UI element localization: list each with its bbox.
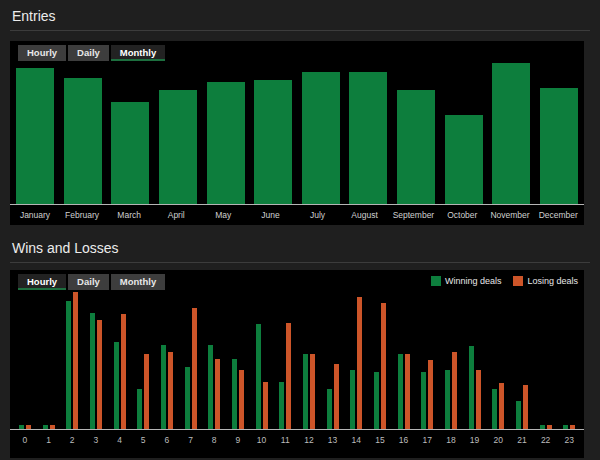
bar-winning-deals-9 [232, 359, 237, 429]
bar-january [16, 68, 54, 204]
chart-legend: Winning deals Losing deals [431, 274, 578, 286]
bar-october [445, 115, 483, 204]
bar-winning-deals-17 [421, 372, 426, 429]
bar-losing-deals-5 [144, 354, 149, 429]
axis-label-19: 19 [463, 435, 487, 445]
losing-deals-swatch-icon [513, 276, 523, 286]
bar-group-22 [534, 291, 558, 429]
bar-group-4 [108, 291, 132, 429]
entries-x-axis: JanuaryFebruaryMarchAprilMayJuneJulyAugu… [10, 204, 584, 224]
bar-august [349, 72, 387, 204]
bar-group-may [207, 62, 245, 204]
axis-label-17: 17 [415, 435, 439, 445]
bar-winning-deals-12 [303, 354, 308, 429]
section-divider [10, 262, 590, 263]
bar-group-8 [202, 291, 226, 429]
bar-july [302, 72, 340, 204]
bar-group-11 [273, 291, 297, 429]
bar-group-20 [486, 291, 510, 429]
wins-hourly-button[interactable]: Hourly [18, 274, 66, 290]
wins-monthly-button[interactable]: Monthly [111, 274, 165, 290]
bar-losing-deals-23 [570, 425, 575, 429]
wins-losses-bar-chart [10, 291, 584, 429]
entries-daily-button[interactable]: Daily [68, 45, 109, 61]
bar-losing-deals-20 [499, 383, 504, 429]
section-divider [10, 30, 590, 31]
entries-hourly-button[interactable]: Hourly [18, 45, 66, 61]
legend-item-losing-deals[interactable]: Losing deals [513, 276, 578, 286]
bar-losing-deals-17 [428, 360, 433, 429]
axis-label-8: 8 [202, 435, 226, 445]
bar-group-june [254, 62, 292, 204]
bar-winning-deals-3 [90, 313, 95, 429]
axis-label-10: 10 [250, 435, 274, 445]
legend-label: Winning deals [445, 276, 502, 286]
bar-group-august [349, 62, 387, 204]
axis-label-december: December [539, 210, 578, 220]
bar-group-18 [439, 291, 463, 429]
axis-label-9: 9 [226, 435, 250, 445]
wins-losses-chart-panel: Hourly Daily Monthly Winning deals Losin… [10, 270, 584, 458]
axis-label-7: 7 [179, 435, 203, 445]
bar-group-september [397, 62, 435, 204]
bar-losing-deals-9 [239, 370, 244, 429]
axis-label-22: 22 [534, 435, 558, 445]
bar-group-6 [155, 291, 179, 429]
axis-label-april: April [157, 210, 195, 220]
wins-daily-button[interactable]: Daily [68, 274, 109, 290]
bar-group-october [445, 62, 483, 204]
bar-group-21 [510, 291, 534, 429]
winning-deals-swatch-icon [431, 276, 441, 286]
bar-winning-deals-11 [279, 382, 284, 429]
axis-label-21: 21 [510, 435, 534, 445]
axis-label-1: 1 [37, 435, 61, 445]
bar-winning-deals-8 [208, 345, 213, 429]
bar-losing-deals-11 [286, 323, 291, 429]
bar-group-23 [557, 291, 581, 429]
bar-group-5 [131, 291, 155, 429]
axis-label-june: June [251, 210, 289, 220]
bar-group-0 [13, 291, 37, 429]
axis-label-may: May [204, 210, 242, 220]
bar-february [64, 78, 102, 204]
bar-winning-deals-22 [540, 425, 545, 429]
bar-winning-deals-7 [185, 367, 190, 429]
axis-label-12: 12 [297, 435, 321, 445]
bar-winning-deals-23 [563, 425, 568, 429]
axis-label-january: January [16, 210, 54, 220]
wins-losses-section-title: Wins and Losses [12, 225, 588, 256]
bar-winning-deals-20 [492, 389, 497, 429]
bar-group-10 [250, 291, 274, 429]
axis-label-march: March [110, 210, 148, 220]
bar-winning-deals-10 [256, 324, 261, 429]
bar-june [254, 80, 292, 204]
bar-winning-deals-16 [398, 354, 403, 429]
axis-label-july: July [298, 210, 336, 220]
bar-winning-deals-2 [66, 301, 71, 429]
bar-losing-deals-6 [168, 352, 173, 429]
axis-label-4: 4 [108, 435, 132, 445]
bar-losing-deals-2 [73, 292, 78, 429]
bar-winning-deals-14 [350, 370, 355, 429]
bar-losing-deals-19 [476, 370, 481, 429]
bar-losing-deals-12 [310, 354, 315, 429]
bar-losing-deals-0 [26, 425, 31, 429]
bar-winning-deals-15 [374, 372, 379, 429]
entries-bar-chart [10, 62, 584, 204]
bar-april [159, 90, 197, 204]
entries-toolbar: Hourly Daily Monthly [10, 41, 584, 61]
bar-march [111, 102, 149, 204]
trading-dashboard: Entries Hourly Daily Monthly JanuaryFebr… [0, 0, 600, 460]
bar-losing-deals-21 [523, 385, 528, 429]
entries-chart-panel: Hourly Daily Monthly JanuaryFebruaryMarc… [10, 41, 584, 225]
axis-label-6: 6 [155, 435, 179, 445]
bar-losing-deals-18 [452, 352, 457, 429]
entries-monthly-button[interactable]: Monthly [111, 45, 165, 61]
axis-label-0: 0 [13, 435, 37, 445]
axis-label-5: 5 [131, 435, 155, 445]
legend-item-winning-deals[interactable]: Winning deals [431, 276, 502, 286]
bar-losing-deals-16 [405, 354, 410, 429]
bar-group-16 [392, 291, 416, 429]
bar-losing-deals-3 [97, 320, 102, 429]
bar-november [492, 63, 530, 204]
